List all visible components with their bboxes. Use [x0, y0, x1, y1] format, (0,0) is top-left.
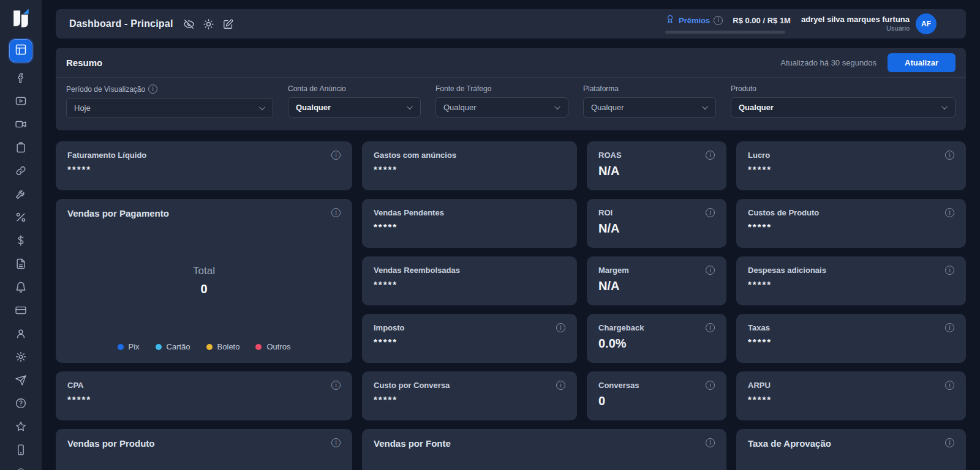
card-title: Vendas por Pagamento — [67, 208, 169, 218]
sidebar-item-mobile[interactable] — [9, 444, 32, 458]
filter-label: Fonte de Tráfego — [435, 84, 491, 93]
filter-produto: Produto Qualquer — [731, 84, 956, 118]
sun-icon[interactable] — [203, 18, 214, 30]
sidebar-item-billing[interactable] — [9, 304, 32, 318]
sidebar-item-rates[interactable] — [9, 211, 32, 225]
card-title: Lucro — [748, 151, 770, 160]
user-name: adryel silva marques furtuna — [801, 15, 910, 24]
sidebar-item-send[interactable] — [9, 374, 32, 388]
sidebar-item-tools[interactable] — [9, 188, 32, 202]
sidebar-item-reports[interactable] — [9, 141, 32, 155]
facebook-icon — [15, 72, 27, 86]
info-icon[interactable] — [706, 438, 715, 447]
sidebar-item-notifications[interactable] — [9, 281, 32, 295]
card-value: ***** — [374, 337, 565, 347]
eye-off-icon[interactable] — [183, 18, 195, 30]
info-icon[interactable] — [945, 323, 954, 332]
info-icon[interactable] — [706, 381, 715, 390]
info-icon[interactable] — [556, 381, 565, 390]
card-vendas-por-fonte: Vendas por Fonte — [362, 429, 726, 470]
card-value: ***** — [748, 164, 954, 174]
filter-value: Qualquer — [591, 103, 624, 112]
info-icon[interactable] — [945, 438, 954, 447]
smartphone-icon — [15, 444, 27, 458]
premios-widget[interactable]: Prêmios R$ 0.00 / R$ 1M — [665, 14, 785, 34]
premios-label[interactable]: Prêmios — [679, 16, 710, 25]
info-icon[interactable] — [331, 381, 341, 390]
sidebar-item-documents[interactable] — [9, 258, 32, 272]
filter-label: Período de Visualização — [66, 85, 145, 94]
periodo-select[interactable]: Hoje — [66, 98, 273, 118]
bell-icon — [15, 281, 27, 296]
card-conversas: Conversas 0 — [587, 371, 726, 420]
card-custo-por-conversa: Custo por Conversa ***** — [362, 371, 577, 420]
info-icon[interactable] — [556, 323, 565, 332]
chevron-down-icon — [259, 104, 265, 110]
card-value: ***** — [748, 279, 954, 289]
user-info[interactable]: adryel silva marques furtuna Usuário — [801, 15, 910, 33]
chevron-down-icon — [407, 103, 413, 110]
info-icon[interactable] — [706, 208, 715, 217]
legend-item-boleto[interactable]: Boleto — [206, 342, 240, 351]
info-icon[interactable] — [945, 151, 954, 160]
card-taxas: Taxas ***** — [736, 314, 966, 363]
wrench-icon — [15, 188, 27, 203]
info-icon[interactable] — [706, 151, 715, 160]
info-icon[interactable] — [331, 438, 341, 447]
info-icon[interactable] — [945, 381, 954, 390]
sidebar-item-dashboard[interactable] — [9, 39, 32, 62]
card-arpu: ARPU ***** — [736, 371, 966, 420]
app-logo[interactable] — [7, 6, 34, 31]
sidebar-item-videos[interactable] — [9, 118, 32, 132]
help-icon — [15, 397, 27, 412]
card-title: Custo por Conversa — [374, 381, 450, 390]
sidebar-item-awards[interactable] — [9, 467, 32, 470]
info-icon[interactable] — [945, 266, 954, 275]
topbar-actions — [183, 18, 234, 30]
refresh-button[interactable]: Atualizar — [888, 53, 956, 72]
edit-icon[interactable] — [222, 18, 234, 30]
plataforma-select[interactable]: Qualquer — [583, 97, 716, 118]
sidebar — [0, 0, 42, 470]
card-vendas-pendentes: Vendas Pendentes ***** — [362, 199, 577, 248]
sidebar-item-video-library[interactable] — [9, 95, 32, 109]
info-icon[interactable] — [714, 16, 723, 25]
legend-item-outros[interactable]: Outros — [255, 342, 290, 351]
card-value: ***** — [374, 279, 565, 289]
credit-card-icon — [15, 304, 27, 319]
legend-item-pix[interactable]: Pix — [118, 342, 140, 351]
info-icon[interactable] — [331, 208, 341, 217]
produto-select[interactable]: Qualquer — [731, 97, 956, 118]
percent-icon — [15, 211, 27, 226]
metrics-grid: Faturamento Líquido ***** Gastos com anú… — [56, 141, 966, 470]
fonte-trafego-select[interactable]: Qualquer — [435, 97, 568, 118]
sidebar-item-settings[interactable] — [9, 351, 32, 365]
avatar[interactable]: AF — [916, 13, 937, 34]
info-icon[interactable] — [706, 266, 715, 275]
sidebar-item-facebook[interactable] — [9, 72, 32, 86]
filter-value: Hoje — [74, 103, 91, 113]
legend-item-cartao[interactable]: Cartão — [156, 342, 190, 351]
sidebar-item-finance[interactable] — [9, 234, 32, 248]
file-text-icon — [15, 258, 27, 272]
sidebar-item-favorites[interactable] — [9, 420, 32, 435]
card-despesas-adicionais: Despesas adicionais ***** — [736, 256, 966, 305]
conta-anuncio-select[interactable]: Qualquer — [288, 97, 421, 118]
sidebar-item-help[interactable] — [9, 397, 32, 411]
gear-icon — [15, 351, 27, 365]
info-icon[interactable] — [706, 323, 715, 332]
info-icon[interactable] — [148, 84, 157, 94]
info-icon[interactable] — [331, 151, 341, 160]
legend-label: Outros — [266, 342, 290, 351]
send-icon — [15, 374, 27, 389]
updated-status: Atualizado há 30 segundos — [780, 58, 876, 67]
sidebar-item-account[interactable] — [9, 327, 32, 341]
premios-progress — [665, 31, 785, 34]
filter-label: Conta de Anúncio — [288, 84, 346, 93]
sidebar-item-links[interactable] — [9, 165, 32, 179]
filter-plataforma: Plataforma Qualquer — [583, 84, 716, 118]
card-value: ***** — [67, 394, 341, 405]
legend-dot — [118, 344, 124, 350]
card-vendas-por-produto: Vendas por Produto — [56, 429, 352, 470]
info-icon[interactable] — [945, 208, 954, 217]
